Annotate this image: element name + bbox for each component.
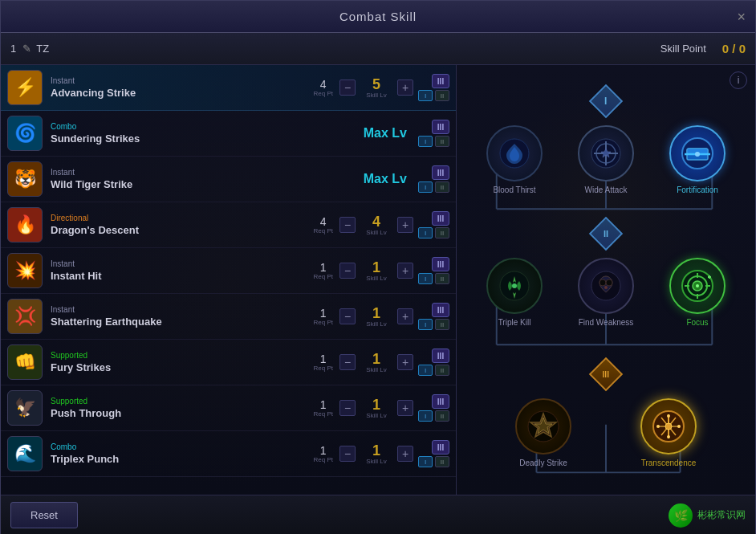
- skill-controls-dragons-descent: 4 Req Pt − 4 Skill Lv + III I II: [314, 211, 449, 238]
- node-blood-thirst[interactable]: Blood Thirst: [478, 125, 551, 195]
- tier-III-sundering-strikes[interactable]: III: [432, 120, 449, 134]
- node-find-weakness[interactable]: Find Weakness: [570, 258, 642, 328]
- plus-btn-triplex-punch[interactable]: +: [397, 446, 413, 462]
- main-layout: ⚡ Instant Advancing Strike 4 Req Pt − 5 …: [1, 65, 755, 495]
- plus-btn-push-through[interactable]: +: [397, 400, 413, 416]
- tier-badges-triplex-punch: III I II: [418, 440, 449, 467]
- node-deadly-strike[interactable]: Deadly Strike: [507, 398, 579, 468]
- tier-III-shattering-earthquake[interactable]: III: [432, 303, 449, 317]
- minus-btn-triplex-punch[interactable]: −: [339, 446, 356, 462]
- node-deadly-strike-label: Deadly Strike: [519, 459, 567, 468]
- skill-name-fury-strikes: Fury Strikes: [51, 361, 314, 373]
- skill-controls-sundering-strikes: Max Lv III I II: [357, 120, 449, 147]
- minus-btn-push-through[interactable]: −: [339, 400, 356, 416]
- skill-controls-push-through: 1 Req Pt − 1 Skill Lv + III I II: [314, 394, 449, 422]
- node-transcendence[interactable]: Transcendence: [632, 398, 705, 468]
- tier-3-section: III Deadly Strike: [457, 362, 755, 468]
- tier-II-instant-hit[interactable]: II: [435, 273, 449, 284]
- skill-icon-wild-tiger-strike: 🐯: [7, 161, 43, 197]
- minus-btn-shattering-earthquake[interactable]: −: [339, 308, 356, 324]
- skill-controls-fury-strikes: 1 Req Pt − 1 Skill Lv + III I II: [314, 349, 449, 376]
- skill-row-advancing-strike: ⚡ Instant Advancing Strike 4 Req Pt − 5 …: [1, 65, 456, 111]
- tier-II-advancing-strike[interactable]: II: [435, 90, 449, 101]
- svg-point-30: [606, 279, 612, 286]
- close-button[interactable]: ×: [737, 10, 746, 24]
- tier-I-advancing-strike[interactable]: I: [418, 90, 433, 101]
- tier-II-sundering-strikes[interactable]: II: [435, 136, 449, 147]
- minus-btn-dragons-descent[interactable]: −: [339, 217, 356, 233]
- skill-icon-sundering-strikes: 🌀: [7, 116, 43, 151]
- skill-type-dragons-descent: Directional: [51, 214, 314, 222]
- plus-btn-dragons-descent[interactable]: +: [397, 217, 413, 233]
- sub-header: 1 ✎ TZ Skill Point 0 / 0: [1, 33, 755, 65]
- tier-II-fury-strikes[interactable]: II: [435, 365, 449, 376]
- node-triple-kill[interactable]: Triple Kill: [478, 258, 551, 328]
- skill-icon-fury-strikes: 👊: [7, 344, 43, 380]
- tier-1-diamond: I: [589, 84, 623, 118]
- skill-name-instant-hit: Instant Hit: [51, 270, 314, 282]
- node-focus-label: Focus: [686, 318, 708, 328]
- skill-name-sundering-strikes: Sundering Strikes: [51, 132, 357, 145]
- node-focus[interactable]: Focus: [661, 258, 734, 328]
- tier-II-dragons-descent[interactable]: II: [435, 227, 449, 238]
- node-find-weakness-label: Find Weakness: [579, 318, 634, 328]
- tier-III-triplex-punch[interactable]: III: [432, 440, 449, 455]
- node-fortification[interactable]: Fortification: [661, 125, 734, 195]
- tab-indicator: 1: [10, 43, 16, 55]
- svg-point-51: [667, 414, 670, 418]
- tier-I-instant-hit[interactable]: I: [418, 273, 433, 284]
- plus-btn-shattering-earthquake[interactable]: +: [397, 308, 413, 324]
- tier-I-dragons-descent[interactable]: I: [418, 227, 433, 238]
- tier-II-wild-tiger-strike[interactable]: II: [435, 181, 449, 193]
- tier-1-nodes: Blood Thirst: [457, 125, 755, 195]
- plus-btn-advancing-strike[interactable]: +: [397, 79, 413, 96]
- skill-icon-push-through: 🦅: [7, 390, 43, 426]
- node-fortification-label: Fortification: [677, 185, 718, 195]
- tier-III-push-through[interactable]: III: [432, 394, 449, 409]
- tier-III-fury-strikes[interactable]: III: [432, 349, 449, 363]
- skill-info-sundering-strikes: Combo Sundering Strikes: [51, 122, 357, 145]
- svg-point-27: [512, 283, 517, 288]
- req-pt-instant-hit: 1 Req Pt: [314, 262, 333, 280]
- tier-3-label: III: [603, 370, 609, 379]
- skill-tree: I Bloo: [457, 81, 755, 495]
- tier-II-shattering-earthquake[interactable]: II: [435, 319, 449, 330]
- skill-lv-dragons-descent: 4 Skill Lv: [359, 214, 394, 236]
- svg-point-52: [667, 435, 670, 438]
- tier-I-shattering-earthquake[interactable]: I: [418, 319, 433, 330]
- skill-info-advancing-strike: Instant Advancing Strike: [51, 76, 314, 99]
- tier-III-wild-tiger-strike[interactable]: III: [432, 165, 449, 180]
- tier-I-triplex-punch[interactable]: I: [418, 456, 433, 467]
- skill-row-fury-strikes: 👊 Supported Fury Strikes 1 Req Pt − 1 Sk…: [1, 340, 456, 385]
- modal-title: Combat Skill: [339, 10, 417, 23]
- tier-II-push-through[interactable]: II: [435, 410, 449, 422]
- skill-controls-shattering-earthquake: 1 Req Pt − 1 Skill Lv + III I II: [314, 303, 449, 330]
- tier-I-push-through[interactable]: I: [418, 410, 433, 422]
- tier-I-fury-strikes[interactable]: I: [418, 365, 433, 376]
- edit-icon[interactable]: ✎: [22, 43, 31, 55]
- skill-type-sundering-strikes: Combo: [51, 122, 357, 131]
- tier-2-label: II: [604, 229, 608, 238]
- minus-btn-fury-strikes[interactable]: −: [339, 354, 356, 370]
- plus-btn-fury-strikes[interactable]: +: [397, 354, 413, 370]
- tier-I-wild-tiger-strike[interactable]: I: [418, 181, 433, 193]
- skill-point-value: 0 / 0: [722, 42, 746, 55]
- node-wide-attack[interactable]: Wide Attack: [570, 125, 642, 195]
- skill-lv-push-through: 1 Skill Lv: [359, 397, 394, 419]
- tier-III-instant-hit[interactable]: III: [432, 257, 449, 271]
- reset-button[interactable]: Reset: [10, 502, 78, 528]
- plus-btn-instant-hit[interactable]: +: [397, 263, 413, 279]
- tier-III-dragons-descent[interactable]: III: [432, 211, 449, 226]
- node-wide-attack-label: Wide Attack: [585, 185, 628, 195]
- skill-row-push-through: 🦅 Supported Push Through 1 Req Pt − 1 Sk…: [1, 385, 456, 431]
- minus-btn-advancing-strike[interactable]: −: [339, 79, 356, 96]
- skill-type-advancing-strike: Instant: [51, 76, 314, 85]
- tier-III-advancing-strike[interactable]: III: [432, 74, 449, 88]
- skill-name-shattering-earthquake: Shattering Earthquake: [51, 316, 314, 328]
- tier-I-sundering-strikes[interactable]: I: [418, 136, 433, 147]
- minus-btn-instant-hit[interactable]: −: [339, 263, 356, 279]
- tier-II-triplex-punch[interactable]: II: [435, 456, 449, 467]
- skill-row-sundering-strikes: 🌀 Combo Sundering Strikes Max Lv III I I…: [1, 111, 456, 157]
- max-lv-sundering-strikes: Max Lv: [364, 126, 407, 141]
- watermark-text: 彬彬常识网: [697, 508, 746, 522]
